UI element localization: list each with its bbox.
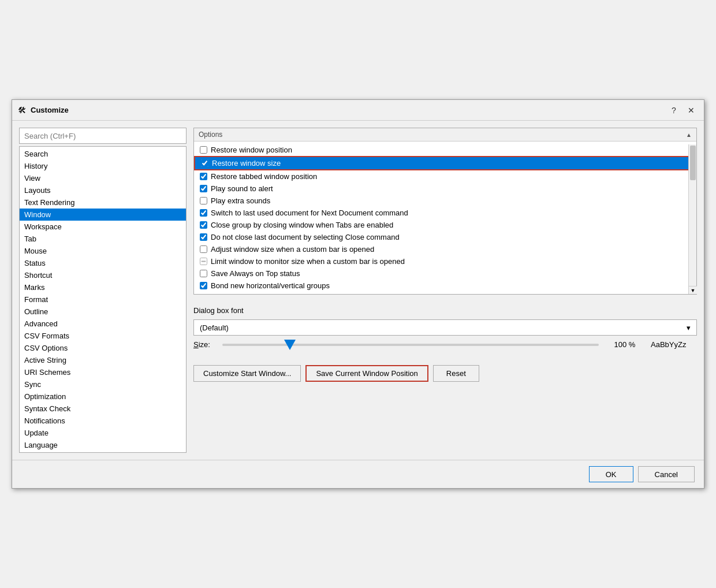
option-row[interactable]: Restore tabbed window position bbox=[194, 170, 696, 183]
ok-button[interactable]: OK bbox=[589, 466, 633, 482]
option-label: Restore window position bbox=[211, 146, 292, 154]
option-row[interactable]: Adjust window size when a custom bar is … bbox=[194, 243, 696, 255]
option-row[interactable]: Restore window size bbox=[194, 156, 696, 170]
options-scrollbar: ▼ bbox=[688, 144, 696, 294]
nav-item-workspace[interactable]: Workspace bbox=[20, 221, 186, 233]
option-label: Adjust window size when a custom bar is … bbox=[211, 245, 374, 254]
nav-item-update[interactable]: Update bbox=[20, 427, 186, 439]
nav-item-uri-schemes[interactable]: URI Schemes bbox=[20, 366, 186, 378]
size-percent: 100 % bbox=[610, 340, 639, 349]
slider-container bbox=[222, 344, 599, 346]
nav-item-notifications[interactable]: Notifications bbox=[20, 415, 186, 427]
nav-item-format[interactable]: Format bbox=[20, 293, 186, 306]
nav-item-active-string[interactable]: Active String bbox=[20, 354, 186, 366]
nav-item-shortcut[interactable]: Shortcut bbox=[20, 269, 186, 281]
nav-item-advanced[interactable]: Advanced bbox=[20, 318, 186, 330]
option-row[interactable]: Play extra sounds bbox=[194, 195, 696, 207]
options-header: Options ▲ bbox=[194, 128, 696, 142]
option-label: Play sound to alert bbox=[211, 184, 273, 193]
option-checkbox[interactable] bbox=[200, 270, 207, 277]
nav-item-layouts[interactable]: Layouts bbox=[20, 184, 186, 196]
option-row[interactable]: Switch to last used document for Next Do… bbox=[194, 207, 696, 219]
bottom-buttons: Customize Start Window... Save Current W… bbox=[193, 360, 697, 382]
nav-item-language[interactable]: Language bbox=[20, 439, 186, 451]
option-checkbox[interactable] bbox=[200, 233, 207, 241]
nav-item-mouse[interactable]: Mouse bbox=[20, 245, 186, 257]
customize-start-button[interactable]: Customize Start Window... bbox=[193, 365, 301, 382]
option-label: Bond new horizontal/vertical groups bbox=[211, 281, 330, 290]
size-label: Size: bbox=[193, 340, 211, 349]
size-row: Size: 100 % AaBbYyZz bbox=[193, 340, 697, 349]
title-bar: 🛠 Customize ? ✕ bbox=[12, 100, 704, 121]
size-slider[interactable] bbox=[222, 344, 599, 346]
font-preview: AaBbYyZz bbox=[651, 340, 697, 349]
nav-item-history[interactable]: History bbox=[20, 160, 186, 172]
close-button[interactable]: ✕ bbox=[683, 102, 699, 118]
font-section: Dialog box font (Default) ▾ Size: 100 % … bbox=[193, 302, 697, 353]
nav-item-tab[interactable]: Tab bbox=[20, 233, 186, 245]
option-checkbox[interactable] bbox=[201, 159, 208, 167]
right-panel: Options ▲ Restore window positionRestore… bbox=[193, 128, 697, 453]
nav-item-csv-formats[interactable]: CSV Formats bbox=[20, 330, 186, 342]
options-scroll-up-icon[interactable]: ▲ bbox=[686, 132, 692, 138]
option-label: Restore tabbed window position bbox=[211, 172, 317, 181]
nav-item-optimization[interactable]: Optimization bbox=[20, 390, 186, 403]
save-position-button[interactable]: Save Current Window Position bbox=[305, 365, 428, 382]
option-row[interactable]: Save Always on Top status bbox=[194, 267, 696, 280]
font-dropdown-value: (Default) bbox=[200, 323, 229, 332]
dialog-icon: 🛠 bbox=[17, 105, 27, 116]
option-row[interactable]: Limit window to monitor size when a cust… bbox=[194, 255, 696, 267]
help-button[interactable]: ? bbox=[666, 102, 682, 118]
option-label: Limit window to monitor size when a cust… bbox=[211, 257, 405, 266]
option-checkbox[interactable] bbox=[200, 221, 207, 229]
dialog-body: SearchHistoryViewLayoutsText RenderingWi… bbox=[12, 121, 704, 460]
option-label: Switch to last used document for Next Do… bbox=[211, 209, 408, 217]
options-box: Options ▲ Restore window positionRestore… bbox=[193, 128, 697, 295]
nav-item-sync[interactable]: Sync bbox=[20, 378, 186, 390]
options-scroll-down-icon[interactable]: ▼ bbox=[689, 286, 697, 294]
cancel-button[interactable]: Cancel bbox=[638, 466, 695, 482]
option-row[interactable]: Close group by closing window when Tabs … bbox=[194, 219, 696, 231]
font-dropdown[interactable]: (Default) ▾ bbox=[193, 319, 697, 336]
option-checkbox[interactable] bbox=[200, 245, 207, 253]
nav-item-search[interactable]: Search bbox=[20, 148, 186, 160]
left-panel: SearchHistoryViewLayoutsText RenderingWi… bbox=[19, 128, 187, 453]
option-label: Play extra sounds bbox=[211, 196, 270, 205]
options-title: Options bbox=[199, 131, 222, 139]
slider-thumb bbox=[284, 340, 296, 350]
option-label: Save Always on Top status bbox=[211, 269, 300, 278]
option-label: Do not close last document by selecting … bbox=[211, 233, 400, 241]
title-bar-left: 🛠 Customize bbox=[17, 105, 69, 116]
option-checkbox[interactable] bbox=[200, 146, 207, 154]
option-row[interactable]: Do not close last document by selecting … bbox=[194, 231, 696, 243]
nav-item-outline[interactable]: Outline bbox=[20, 306, 186, 318]
nav-item-syntax-check[interactable]: Syntax Check bbox=[20, 403, 186, 415]
nav-list-container: SearchHistoryViewLayoutsText RenderingWi… bbox=[19, 146, 187, 453]
option-label: Restore window size bbox=[212, 159, 281, 168]
nav-item-view[interactable]: View bbox=[20, 172, 186, 184]
option-checkbox[interactable] bbox=[200, 197, 207, 204]
option-checkbox[interactable] bbox=[200, 209, 207, 217]
dialog-title: Customize bbox=[31, 106, 69, 114]
nav-list: SearchHistoryViewLayoutsText RenderingWi… bbox=[20, 147, 186, 452]
option-row[interactable]: Play sound to alert bbox=[194, 183, 696, 195]
option-label: Close group by closing window when Tabs … bbox=[211, 221, 393, 229]
option-row[interactable]: Restore window position bbox=[194, 144, 696, 156]
option-row[interactable]: Bond new horizontal/vertical groups bbox=[194, 280, 696, 292]
nav-item-status[interactable]: Status bbox=[20, 257, 186, 269]
option-checkbox[interactable] bbox=[200, 282, 207, 289]
customize-dialog: 🛠 Customize ? ✕ SearchHistoryViewLayouts… bbox=[12, 99, 704, 489]
title-bar-buttons: ? ✕ bbox=[666, 102, 699, 118]
reset-button[interactable]: Reset bbox=[433, 365, 479, 382]
font-dropdown-arrow-icon: ▾ bbox=[687, 323, 691, 332]
nav-item-marks[interactable]: Marks bbox=[20, 281, 186, 293]
option-checkbox[interactable] bbox=[200, 173, 207, 180]
nav-item-text-rendering[interactable]: Text Rendering bbox=[20, 196, 186, 209]
options-list: Restore window positionRestore window si… bbox=[194, 142, 696, 294]
options-scroll-thumb bbox=[690, 146, 696, 180]
option-checkbox[interactable] bbox=[200, 258, 207, 265]
option-checkbox[interactable] bbox=[200, 185, 207, 192]
nav-item-csv-options[interactable]: CSV Options bbox=[20, 342, 186, 354]
search-input[interactable] bbox=[19, 128, 187, 144]
nav-item-window[interactable]: Window bbox=[20, 209, 186, 221]
